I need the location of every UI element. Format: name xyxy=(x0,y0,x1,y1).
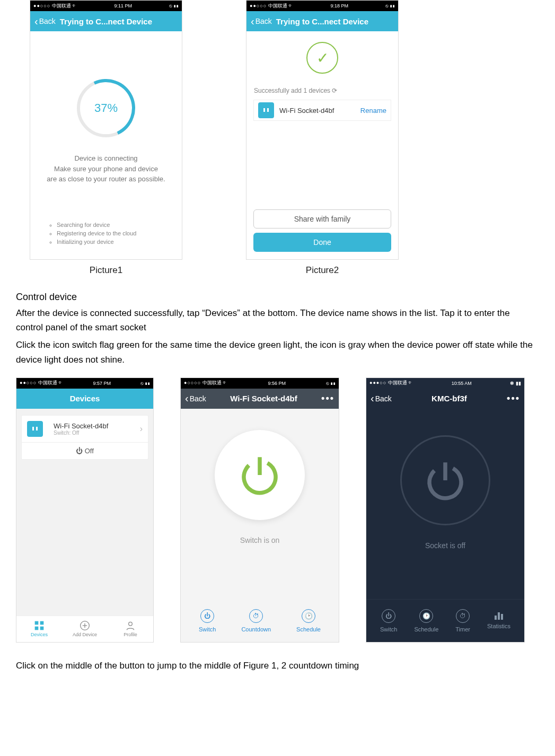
svg-rect-3 xyxy=(40,627,44,630)
status-bar: ●●○○○ 中国联通 ᯤ 9:57 PM ⎋ ▮▮ xyxy=(16,378,153,389)
power-button[interactable] xyxy=(215,430,305,520)
screenshot-connecting: ●●○○○ 中国联通 ᯤ 9:11 PM ⎋ ▮▮ ‹Back Trying t… xyxy=(30,0,182,260)
socket-icon xyxy=(258,102,274,118)
power-icon xyxy=(236,451,284,499)
profile-icon xyxy=(125,620,136,631)
device-card[interactable]: Wi-Fi Socket-d4bf Switch: Off › ⏻ Off xyxy=(21,415,148,460)
progress-ring: 37% xyxy=(77,79,135,137)
steps-list: Searching for device Registering device … xyxy=(30,222,136,247)
footer-text: Click on the middle of the button to jum… xyxy=(16,658,539,673)
ctrl-timer[interactable]: ⏱Timer xyxy=(455,609,470,632)
stats-icon xyxy=(493,609,505,620)
screenshot-control-off: ●●●○○ 中国联通 ᯤ 10:55 AM ✽ ▮▮ ‹Back KMC-bf3… xyxy=(366,377,525,643)
device-sub: Switch: Off xyxy=(54,430,140,436)
timer-icon: ⏱ xyxy=(456,609,470,623)
switch-state: Socket is off xyxy=(425,541,465,550)
screenshot-devices-list: ●●○○○ 中国联通 ᯤ 9:57 PM ⎋ ▮▮ Devices Wi-Fi … xyxy=(16,377,154,643)
chevron-right-icon: › xyxy=(140,424,143,434)
nav-title: Trying to C...nect Device xyxy=(34,17,178,26)
progress-text: 37% xyxy=(94,101,118,115)
back-button[interactable]: ‹Back xyxy=(371,392,392,405)
nav-title: Wi-Fi Socket-d4bf xyxy=(206,394,321,403)
schedule-icon: 🕑 xyxy=(419,609,433,623)
nav-bar: Devices xyxy=(16,389,153,409)
plus-icon xyxy=(80,620,90,631)
switch-icon: ⏻ xyxy=(200,609,214,623)
schedule-icon: 🕑 xyxy=(302,609,315,623)
ctrl-schedule[interactable]: 🕑Schedule xyxy=(296,609,321,632)
device-name: Wi-Fi Socket-d4bf xyxy=(54,422,140,430)
svg-point-7 xyxy=(129,622,133,626)
screenshot-control-on: ●○○○○ 中国联通 ᯤ 9:56 PM ⎋ ▮▮ ‹Back Wi-Fi So… xyxy=(180,377,339,643)
switch-state: Switch is on xyxy=(240,536,280,544)
ctrl-switch[interactable]: ⏻Switch xyxy=(380,609,397,632)
device-name: Wi-Fi Socket-d4bf xyxy=(279,107,360,115)
svg-rect-2 xyxy=(35,627,39,630)
section-para2: Click the icon switch flag green for the… xyxy=(16,338,539,366)
chevron-left-icon: ‹ xyxy=(371,392,374,405)
control-row: ⏻Switch ⏱Countdown 🕑Schedule xyxy=(181,600,339,642)
more-button[interactable]: ••• xyxy=(321,393,334,404)
ctrl-countdown[interactable]: ⏱Countdown xyxy=(241,609,271,632)
nav-bar: ‹Back Wi-Fi Socket-d4bf ••• xyxy=(181,389,339,409)
nav-bar: ‹Back Trying to C...nect Device xyxy=(246,11,398,31)
chevron-left-icon: ‹ xyxy=(185,392,189,405)
back-button[interactable]: ‹Back xyxy=(185,392,206,405)
caption-picture2: Picture2 xyxy=(246,265,399,276)
status-bar: ●●○○○ 中国联通 ᯤ 9:18 PM ⎋ ▮▮ xyxy=(246,1,398,11)
nav-title: Devices xyxy=(70,394,100,403)
power-button[interactable] xyxy=(400,435,490,525)
nav-title: KMC-bf3f xyxy=(392,394,507,403)
tab-bar: Devices Add Device Profile xyxy=(16,616,153,642)
nav-bar: ‹Back KMC-bf3f ••• xyxy=(366,389,524,409)
off-button[interactable]: ⏻ Off xyxy=(22,442,148,459)
device-row[interactable]: Wi-Fi Socket-d4bf Rename xyxy=(253,100,391,121)
tab-devices[interactable]: Devices xyxy=(16,616,62,642)
share-button[interactable]: Share with family xyxy=(253,209,391,228)
status-bar: ●●○○○ 中国联通 ᯤ 9:11 PM ⎋ ▮▮ xyxy=(30,1,182,11)
status-bar: ●○○○○ 中国联通 ᯤ 9:56 PM ⎋ ▮▮ xyxy=(181,378,339,389)
more-button[interactable]: ••• xyxy=(507,393,520,404)
connecting-text: Device is connecting Make sure your phon… xyxy=(41,153,170,184)
screenshot-success: ●●○○○ 中国联通 ᯤ 9:18 PM ⎋ ▮▮ ‹Back Trying t… xyxy=(246,0,399,260)
grid-icon xyxy=(34,620,45,631)
done-button[interactable]: Done xyxy=(253,233,391,252)
svg-rect-0 xyxy=(35,621,39,625)
tab-add-device[interactable]: Add Device xyxy=(62,616,108,642)
status-bar: ●●●○○ 中国联通 ᯤ 10:55 AM ✽ ▮▮ xyxy=(366,378,524,389)
caption-picture1: Picture1 xyxy=(30,265,182,276)
check-icon: ✓ xyxy=(306,42,338,74)
nav-title: Trying to C...nect Device xyxy=(251,17,394,26)
ctrl-schedule[interactable]: 🕑Schedule xyxy=(414,609,438,632)
power-icon xyxy=(421,456,469,504)
control-row: ⏻Switch 🕑Schedule ⏱Timer Statistics xyxy=(366,599,524,642)
nav-bar: ‹Back Trying to C...nect Device xyxy=(30,11,182,31)
switch-icon: ⏻ xyxy=(382,609,395,623)
section-para1: After the device is connected successful… xyxy=(16,306,539,335)
success-text: Successfully add 1 devices ⟳ xyxy=(246,87,337,94)
socket-icon xyxy=(27,421,43,437)
section-title: Control device xyxy=(16,292,539,303)
tab-profile[interactable]: Profile xyxy=(108,616,153,642)
countdown-icon: ⏱ xyxy=(249,609,263,623)
rename-button[interactable]: Rename xyxy=(360,107,386,115)
ctrl-switch[interactable]: ⏻Switch xyxy=(199,609,216,632)
ctrl-statistics[interactable]: Statistics xyxy=(487,609,510,632)
svg-rect-1 xyxy=(40,621,44,625)
